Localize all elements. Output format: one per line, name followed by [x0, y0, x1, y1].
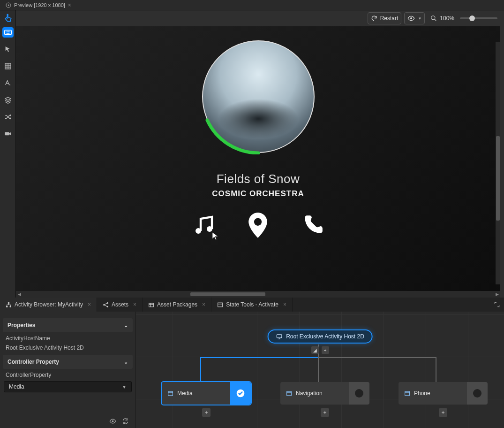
- album-art: [202, 40, 315, 153]
- bottom-tab-bar: Activity Browser: MyActivity × Assets × …: [0, 298, 504, 312]
- chevron-down-icon: ⌄: [124, 322, 128, 329]
- svg-rect-23: [10, 306, 11, 307]
- shuffle-tool-icon[interactable]: [3, 112, 13, 122]
- visibility-button[interactable]: ▼: [404, 12, 425, 24]
- camera-tool-icon[interactable]: [3, 129, 13, 139]
- host-icon: [276, 333, 282, 340]
- svg-point-18: [196, 228, 201, 234]
- svg-rect-34: [168, 391, 173, 396]
- zoom-slider-knob[interactable]: [469, 15, 475, 21]
- zoom-slider[interactable]: [460, 17, 497, 19]
- preview-toolbar: Restart ▼ 100%: [16, 10, 504, 26]
- tab-activity-browser[interactable]: Activity Browser: MyActivity ×: [0, 298, 97, 312]
- add-handle[interactable]: +: [322, 346, 329, 354]
- root-node-label: Root Exclusive Activity Host 2D: [286, 333, 364, 340]
- controller-value-select[interactable]: Media ▼: [4, 381, 132, 392]
- controller-property-header[interactable]: Controller Property ⌄: [3, 355, 133, 369]
- track-title: Fields of Snow: [217, 172, 300, 186]
- preview-canvas[interactable]: Fields of Snow COSMIC ORCHESTRA: [16, 26, 500, 291]
- svg-marker-1: [8, 4, 9, 6]
- svg-rect-7: [6, 33, 9, 33]
- pointer-tool-icon[interactable]: [3, 44, 13, 54]
- properties-panel: Properties ⌄ ActivityHostName Root Exclu…: [0, 312, 136, 428]
- svg-rect-21: [8, 302, 9, 304]
- add-child-navigation[interactable]: +: [321, 408, 329, 417]
- properties-footer: [0, 414, 135, 428]
- tab-label: Activity Browser: MyActivity: [15, 301, 83, 308]
- scroll-left-icon[interactable]: ◀: [16, 291, 23, 298]
- close-icon[interactable]: ×: [202, 301, 205, 308]
- eye-icon: [407, 15, 415, 22]
- svg-rect-27: [149, 303, 154, 307]
- add-child-media[interactable]: +: [202, 408, 211, 417]
- window-icon: [217, 302, 223, 308]
- close-icon[interactable]: ×: [68, 2, 71, 8]
- node-label: Media: [177, 390, 193, 397]
- zoom-value: 100%: [440, 15, 454, 22]
- phone-icon[interactable]: [301, 214, 324, 238]
- grid-tool-icon[interactable]: [3, 61, 13, 71]
- music-icon[interactable]: [192, 214, 215, 238]
- hostname-value: Root Exclusive Activity Host 2D: [0, 342, 135, 351]
- chevron-down-icon: ▼: [122, 384, 127, 390]
- cursor-icon: [212, 232, 218, 240]
- canvas-content: Fields of Snow COSMIC ORCHESTRA: [16, 26, 500, 291]
- activity-graph[interactable]: Root Exclusive Activity Host 2D ◢ + Medi…: [136, 312, 504, 428]
- preview-tab[interactable]: Preview [1920 x 1080] ×: [2, 1, 75, 9]
- text-tool-icon[interactable]: a: [3, 78, 13, 88]
- window-icon: [167, 390, 173, 397]
- properties-header[interactable]: Properties ⌄: [3, 318, 133, 332]
- layers-tool-icon[interactable]: [3, 95, 13, 105]
- add-child-phone[interactable]: +: [439, 408, 447, 417]
- svg-text:a: a: [9, 83, 11, 86]
- tab-state-tools[interactable]: State Tools - Activate ×: [211, 298, 293, 312]
- window-icon: [286, 390, 292, 397]
- properties-title: Properties: [8, 322, 35, 329]
- eye-icon[interactable]: [109, 418, 116, 425]
- collapse-handle[interactable]: ◢: [311, 346, 319, 354]
- location-icon[interactable]: [248, 213, 268, 239]
- touch-tool-icon[interactable]: [3, 13, 13, 23]
- tab-assets[interactable]: Assets ×: [97, 298, 143, 312]
- tab-asset-packages[interactable]: Asset Packages ×: [143, 298, 211, 312]
- bottom-body: Properties ⌄ ActivityHostName Root Exclu…: [0, 312, 504, 428]
- close-icon[interactable]: ×: [283, 301, 286, 308]
- svg-rect-14: [5, 132, 9, 136]
- root-node[interactable]: Root Exclusive Activity Host 2D: [267, 329, 373, 344]
- controller-label: ControllerProperty: [0, 369, 135, 378]
- restart-button[interactable]: Restart: [368, 12, 402, 24]
- tree-icon: [6, 302, 12, 308]
- tab-strip: Preview [1920 x 1080] ×: [0, 0, 504, 10]
- node-status: [230, 382, 251, 405]
- controller-property-title: Controller Property: [8, 359, 59, 365]
- keyboard-tool-icon[interactable]: [2, 27, 14, 38]
- zoom-icon[interactable]: [430, 15, 437, 22]
- svg-point-19: [207, 226, 212, 232]
- scrollbar-thumb[interactable]: [190, 292, 265, 296]
- node-status: [349, 382, 369, 405]
- controller-value: Media: [9, 383, 24, 390]
- bottom-panel: Activity Browser: MyActivity × Assets × …: [0, 298, 504, 428]
- graph-node-phone[interactable]: Phone: [399, 382, 488, 405]
- window-icon: [404, 390, 410, 397]
- root-handles: ◢ +: [311, 346, 329, 354]
- tab-label: State Tools - Activate: [226, 301, 278, 308]
- expand-panel-icon[interactable]: [490, 298, 504, 312]
- scroll-right-icon[interactable]: ▶: [494, 291, 500, 298]
- svg-rect-39: [405, 391, 410, 396]
- svg-rect-5: [8, 31, 8, 32]
- close-icon[interactable]: ×: [88, 301, 91, 308]
- horizontal-scrollbar[interactable]: ◀ ▶: [16, 291, 500, 298]
- node-label: Phone: [414, 390, 430, 397]
- close-icon[interactable]: ×: [133, 301, 136, 308]
- graph-node-media[interactable]: Media: [162, 382, 251, 405]
- share-icon: [103, 302, 109, 308]
- restart-label: Restart: [380, 15, 399, 22]
- preview-tab-label: Preview [1920 x 1080]: [14, 2, 65, 8]
- sync-icon[interactable]: [122, 418, 129, 425]
- svg-point-30: [112, 420, 114, 422]
- svg-rect-6: [9, 31, 10, 32]
- svg-line-17: [435, 19, 436, 21]
- graph-node-navigation[interactable]: Navigation: [280, 382, 369, 405]
- svg-rect-37: [287, 391, 292, 396]
